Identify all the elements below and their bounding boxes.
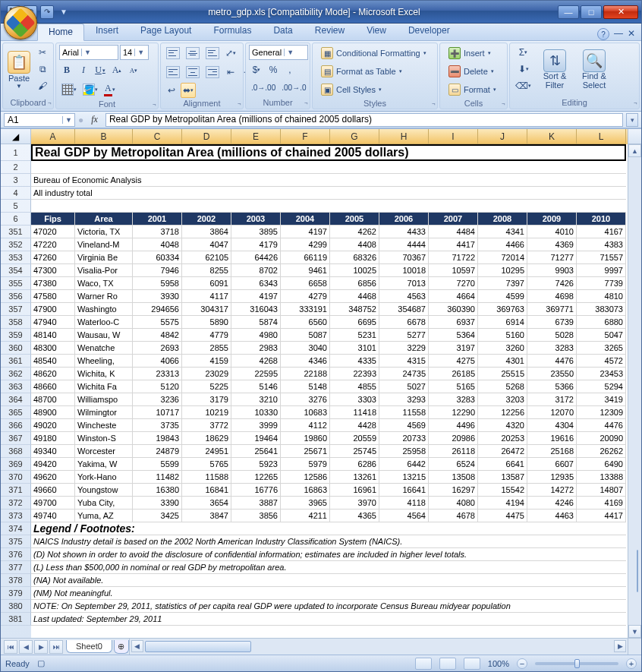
- cell[interactable]: 4335: [330, 355, 379, 368]
- cell[interactable]: (D) Not shown in order to avoid the disc…: [31, 548, 626, 561]
- cell[interactable]: 4179: [231, 238, 281, 251]
- cell[interactable]: 13388: [577, 471, 626, 484]
- comma-button[interactable]: ,: [282, 62, 297, 77]
- row-head[interactable]: 373: [1, 510, 31, 522]
- cell[interactable]: 20986: [429, 432, 478, 445]
- cell[interactable]: 5923: [231, 458, 281, 471]
- help-icon[interactable]: ?: [597, 28, 609, 40]
- cell[interactable]: 4842: [133, 329, 182, 342]
- close-button[interactable]: ✕: [603, 5, 638, 19]
- row-head[interactable]: 366: [1, 419, 31, 432]
- cell[interactable]: 5874: [231, 316, 281, 329]
- cell[interactable]: 47580: [31, 290, 75, 303]
- cell[interactable]: 5366: [527, 380, 577, 393]
- cell[interactable]: 4080: [429, 497, 478, 510]
- cell[interactable]: 4564: [379, 510, 429, 522]
- cell[interactable]: 49180: [31, 432, 75, 445]
- cell[interactable]: 10295: [478, 264, 527, 277]
- cell[interactable]: 4476: [577, 419, 626, 432]
- align-middle-button[interactable]: [184, 45, 202, 62]
- cell[interactable]: 3970: [330, 497, 379, 510]
- cell[interactable]: 6091: [182, 277, 231, 290]
- cell[interactable]: 10717: [133, 406, 182, 419]
- cell[interactable]: 4346: [281, 355, 330, 368]
- cell[interactable]: 4304: [527, 419, 577, 432]
- ribbon-minimize-icon[interactable]: —: [614, 28, 623, 40]
- col-head-I[interactable]: I: [429, 129, 478, 144]
- cell[interactable]: 4275: [429, 355, 478, 368]
- cell[interactable]: 6739: [527, 316, 577, 329]
- cell[interactable]: 3718: [133, 226, 182, 238]
- cell-styles-button[interactable]: ▣Cell Styles ▾: [316, 81, 387, 98]
- cell[interactable]: 7013: [379, 277, 429, 290]
- cell[interactable]: 60334: [133, 251, 182, 264]
- row-head[interactable]: 6: [1, 213, 31, 226]
- cell[interactable]: 5890: [182, 316, 231, 329]
- cell[interactable]: 369771: [527, 303, 577, 316]
- zoom-percent[interactable]: 100%: [488, 659, 509, 668]
- cell[interactable]: 2009: [527, 213, 577, 226]
- cell[interactable]: 4047: [182, 238, 231, 251]
- cell[interactable]: 4066: [133, 355, 182, 368]
- tab-data[interactable]: Data: [263, 23, 303, 40]
- col-head-E[interactable]: E: [231, 129, 281, 144]
- cell[interactable]: 16776: [231, 484, 281, 497]
- tab-home[interactable]: Home: [37, 24, 84, 41]
- cell[interactable]: 3930: [133, 290, 182, 303]
- cell[interactable]: 6658: [281, 277, 330, 290]
- autosum-button[interactable]: Σ▾: [513, 45, 533, 60]
- cell[interactable]: 6560: [281, 316, 330, 329]
- cell[interactable]: 4417: [429, 238, 478, 251]
- scroll-right-button[interactable]: ▶: [614, 640, 626, 652]
- row-head[interactable]: 372: [1, 497, 31, 510]
- cell[interactable]: 47380: [31, 277, 75, 290]
- cell[interactable]: 24735: [379, 368, 429, 380]
- cell[interactable]: 13587: [478, 471, 527, 484]
- cell[interactable]: 48660: [31, 380, 75, 393]
- cell[interactable]: 68326: [330, 251, 379, 264]
- merge-center-button[interactable]: ⬌▾: [181, 83, 196, 98]
- sheet-tab[interactable]: Sheet0: [66, 640, 112, 653]
- cell[interactable]: 19860: [281, 432, 330, 445]
- cell[interactable]: Washingto: [75, 303, 133, 316]
- cell[interactable]: 4433: [379, 226, 429, 238]
- cell[interactable]: Wichita Fa: [75, 380, 133, 393]
- cell[interactable]: NOTE: On September 29, 2011, statistics …: [31, 600, 626, 613]
- row-head[interactable]: 359: [1, 329, 31, 342]
- increase-decimal-button[interactable]: .0→.00: [249, 80, 278, 95]
- qat-dropdown-icon[interactable]: ▼: [57, 5, 71, 19]
- cell[interactable]: 49740: [31, 510, 75, 522]
- cell[interactable]: 15542: [478, 484, 527, 497]
- row-head[interactable]: 368: [1, 445, 31, 458]
- cell[interactable]: Warner Ro: [75, 290, 133, 303]
- cell[interactable]: Area: [75, 213, 133, 226]
- cell[interactable]: 3425: [133, 510, 182, 522]
- row-head[interactable]: 4: [1, 187, 31, 200]
- cell[interactable]: Virginia Be: [75, 251, 133, 264]
- cell[interactable]: 47220: [31, 238, 75, 251]
- select-all-button[interactable]: ◢: [1, 129, 31, 144]
- row-head[interactable]: 3: [1, 174, 31, 187]
- cell[interactable]: 4262: [330, 226, 379, 238]
- macro-record-icon[interactable]: ▢: [37, 658, 45, 668]
- cell[interactable]: 22595: [231, 368, 281, 380]
- tab-view[interactable]: View: [356, 23, 397, 40]
- cell[interactable]: 16380: [133, 484, 182, 497]
- cell[interactable]: 47260: [31, 251, 75, 264]
- cell[interactable]: Vineland-M: [75, 238, 133, 251]
- cell[interactable]: 12309: [577, 406, 626, 419]
- cell[interactable]: 4484: [429, 226, 478, 238]
- cell[interactable]: 25168: [527, 445, 577, 458]
- cell[interactable]: 4117: [182, 290, 231, 303]
- find-select-button[interactable]: 🔍 Find & Select: [576, 45, 612, 95]
- cell[interactable]: 12070: [527, 406, 577, 419]
- cell[interactable]: Victoria, TX: [75, 226, 133, 238]
- tab-review[interactable]: Review: [304, 23, 355, 40]
- cell[interactable]: 6678: [379, 316, 429, 329]
- cell[interactable]: 14807: [577, 484, 626, 497]
- col-head-C[interactable]: C: [133, 129, 182, 144]
- cell[interactable]: 20090: [577, 432, 626, 445]
- cell[interactable]: 71722: [429, 251, 478, 264]
- cell[interactable]: 6442: [379, 458, 429, 471]
- cell[interactable]: 4444: [379, 238, 429, 251]
